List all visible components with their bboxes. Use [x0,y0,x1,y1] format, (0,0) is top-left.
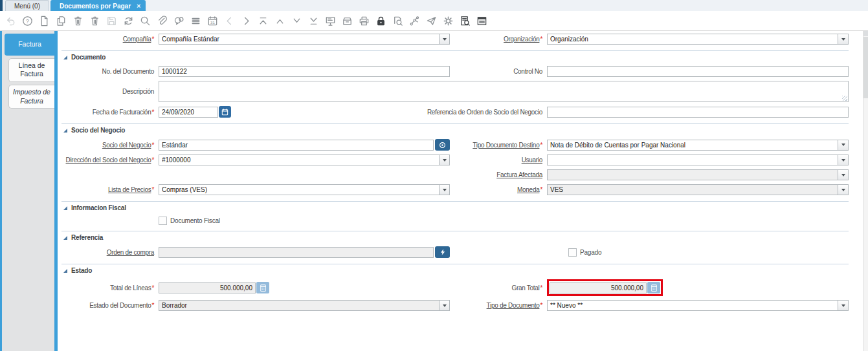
chevron-down-icon[interactable] [439,154,450,165]
find-icon[interactable] [139,15,151,27]
copy-record-icon[interactable] [55,15,67,27]
calendar-history-icon[interactable]: 31 [206,15,219,27]
archive-icon[interactable] [341,15,353,27]
calendar-picker-button[interactable] [219,106,231,118]
estado-documento-select[interactable] [159,300,450,311]
collapse-icon[interactable] [63,206,67,210]
tab-menu-label: Menú (0) [14,3,40,10]
help-icon[interactable]: ? [21,15,34,27]
section-socio-del-negocio: Socio del Negocio [61,123,849,134]
parent-record-icon[interactable] [274,15,286,27]
tab-menu[interactable]: Menú (0) [5,0,49,11]
compania-select[interactable] [159,34,450,45]
collapse-icon[interactable] [63,236,67,240]
section-informacion-fiscal: Informacion Fiscal [61,201,849,212]
invoice-form: Compañía* Organización* Documento No. de… [58,31,863,351]
calculator-icon[interactable] [647,282,660,293]
last-record-icon[interactable] [307,15,320,27]
organizacion-label: Organización* [453,36,544,43]
svg-text:?: ? [26,17,29,24]
descripcion-label: Descripción [61,88,155,95]
chevron-down-icon[interactable] [838,154,849,165]
app-window: Menú (0) Documentos por Pagar × ? 31 [0,0,868,351]
delete-selection-icon[interactable] [89,15,101,27]
orden-compra-input[interactable] [159,247,434,258]
send-mail-icon[interactable] [425,15,438,27]
orden-compra-search-button[interactable] [435,246,450,258]
calculator-icon[interactable] [256,282,269,293]
tipo-doc-destino-select[interactable] [547,140,849,151]
fecha-facturacion-input[interactable] [159,107,218,118]
ignore-changes-icon[interactable] [5,15,17,27]
chat-icon[interactable] [173,15,185,27]
sidebar-tab-factura[interactable]: Factura [5,34,54,56]
new-record-icon[interactable] [38,15,50,27]
zoom-query-icon[interactable] [459,15,471,27]
chevron-down-icon[interactable] [838,300,849,311]
chevron-down-icon[interactable] [838,169,849,180]
tab-documentos-por-pagar[interactable]: Documentos por Pagar × [50,0,146,11]
control-no-input[interactable] [547,66,849,77]
print-preview-icon[interactable] [392,15,404,27]
chevron-down-icon[interactable] [838,140,849,151]
first-record-icon[interactable] [257,15,269,27]
chevron-down-icon[interactable] [439,34,450,45]
socio-negocio-input[interactable] [159,140,434,151]
chevron-down-icon[interactable] [439,184,450,195]
vertical-scrollbar[interactable] [863,31,868,351]
toolbar: ? 31 [0,11,868,31]
report-icon[interactable] [324,15,337,27]
collapse-icon[interactable] [63,129,67,133]
lista-precios-label: Lista de Precios* [61,186,155,193]
pagado-label: Pagado [580,249,601,256]
detail-record-icon[interactable] [291,15,303,27]
business-partner-search-button[interactable] [435,139,450,151]
window-tabbar: Menú (0) Documentos por Pagar × [0,0,868,11]
close-tab-icon[interactable]: × [137,3,140,10]
usuario-select[interactable] [547,154,849,165]
refresh-icon[interactable] [122,15,135,27]
grid-toggle-icon[interactable] [190,15,202,27]
next-record-icon[interactable] [240,15,252,27]
direccion-socio-label: Dirección del Socio del Negocio* [61,156,155,164]
descripcion-textarea[interactable] [159,81,849,102]
tipo-documento-select[interactable] [547,300,849,311]
lista-precios-select[interactable] [159,184,450,195]
factura-afectada-label: Factura Afectada [453,171,544,178]
gran-total-input[interactable] [550,282,647,293]
workflow-icon[interactable] [408,15,421,27]
tipo-doc-destino-label: Tipo Documento Destino* [453,142,544,149]
total-lineas-input[interactable] [159,282,256,293]
section-documento: Documento [61,50,849,61]
factura-afectada-select[interactable] [547,169,849,180]
no-documento-input[interactable] [159,66,450,77]
section-documento-title: Documento [71,54,106,61]
documento-fiscal-checkbox[interactable] [159,217,167,225]
attachment-icon[interactable] [156,15,168,27]
window-customize-icon[interactable] [476,15,488,27]
sidebar-tab-impuesto-de-factura[interactable]: Impuesto de Factura [8,85,54,109]
referencia-orden-input[interactable] [547,107,849,118]
moneda-select[interactable] [547,184,849,195]
process-gear-icon[interactable] [442,15,454,27]
scroll-up-button[interactable] [863,31,868,36]
collapse-icon[interactable] [63,269,67,273]
chevron-down-icon[interactable] [838,184,849,195]
orden-compra-label: Orden de compra [61,249,155,256]
print-icon[interactable] [358,15,370,27]
chevron-down-icon[interactable] [838,34,849,45]
usuario-label: Usuario [453,156,544,164]
organizacion-select[interactable] [547,34,849,45]
chevron-down-icon[interactable] [439,300,450,311]
save-icon[interactable] [106,15,118,27]
collapse-icon[interactable] [63,56,67,59]
pagado-checkbox[interactable] [568,248,577,257]
svg-text:31: 31 [210,20,215,25]
direccion-socio-select[interactable] [159,154,450,165]
scrollbar-thumb[interactable] [863,37,868,98]
section-estado-title: Estado [71,267,92,274]
sidebar-tab-linea-de-factura[interactable]: Línea de Factura [8,58,54,82]
delete-record-icon[interactable] [72,15,84,27]
private-lock-icon[interactable] [375,15,387,27]
previous-record-icon[interactable] [223,15,236,27]
